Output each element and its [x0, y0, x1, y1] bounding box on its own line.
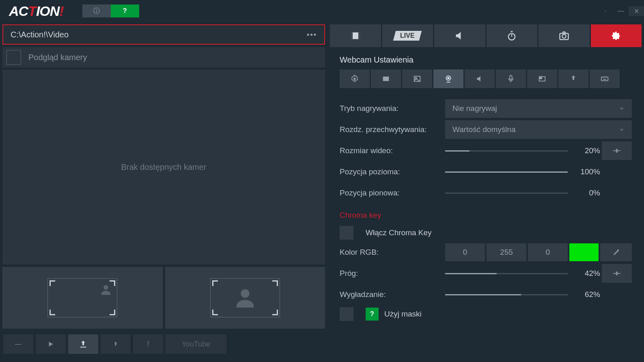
- film-icon: [381, 74, 390, 83]
- slider-reset-icon: [612, 148, 621, 154]
- video-size-value: 20%: [575, 146, 600, 155]
- camera-preview-checkbox[interactable]: [6, 50, 21, 65]
- rgb-g-input[interactable]: [487, 243, 526, 261]
- threshold-value: 42%: [575, 269, 600, 278]
- smooth-value: 62%: [575, 290, 600, 299]
- mask-help-chip[interactable]: ?: [366, 308, 379, 321]
- mask-label: Użyj maski: [384, 310, 422, 319]
- threshold-slider[interactable]: [445, 273, 568, 274]
- color-swatch[interactable]: [569, 243, 599, 261]
- rgb-r-input[interactable]: [445, 243, 485, 261]
- output-path-text: C:\Action!\Video: [11, 30, 69, 39]
- svg-rect-3: [351, 33, 353, 39]
- help-icon: ?: [123, 7, 127, 15]
- speaker-icon: [475, 74, 484, 83]
- close-button[interactable]: ✕: [629, 6, 644, 16]
- pos-h-slider[interactable]: [445, 171, 568, 173]
- no-camera-message: Brak dostępnych kamer: [121, 163, 206, 172]
- tab-audio[interactable]: [434, 24, 485, 47]
- speaker-icon: [454, 30, 465, 41]
- play-icon: [47, 340, 54, 348]
- facebook-button[interactable]: f: [133, 334, 163, 354]
- capture-res-select[interactable]: Wartość domyślna: [445, 120, 632, 139]
- camera-preview-label: Podgląd kamery: [28, 53, 87, 62]
- settings-section-title: Webcam Ustawienia: [330, 50, 642, 67]
- svg-rect-14: [510, 76, 512, 80]
- subtab-sound[interactable]: [465, 69, 495, 88]
- play-button[interactable]: [36, 334, 66, 354]
- subtab-screenshot[interactable]: [402, 69, 432, 88]
- svg-point-0: [104, 285, 108, 290]
- upload-button[interactable]: [101, 334, 131, 354]
- chroma-section-title: Chroma key: [340, 204, 632, 224]
- subtab-webcam[interactable]: [433, 69, 463, 88]
- threshold-reset[interactable]: [602, 264, 632, 283]
- chevron-down-icon: [619, 127, 625, 132]
- overlay-icon: [538, 74, 547, 83]
- rgb-label: Kolor RGB:: [340, 248, 445, 257]
- unknown-window-button[interactable]: ·: [598, 6, 613, 16]
- eyedropper-icon: [612, 248, 620, 257]
- camera-preview-toggle-row: Podgląd kamery: [2, 47, 325, 67]
- pos-h-label: Pozycja pozioma:: [340, 167, 445, 176]
- tab-settings[interactable]: [591, 24, 642, 47]
- pos-v-slider[interactable]: [445, 193, 568, 194]
- subtab-mic[interactable]: [496, 69, 526, 88]
- svg-rect-9: [383, 77, 389, 81]
- title-bar: ACTION! ⓘ ? · — ✕: [0, 0, 644, 22]
- recording-mode-select[interactable]: Nie nagrywaj: [445, 99, 632, 118]
- microphone-icon: [506, 74, 515, 83]
- delete-button[interactable]: —: [3, 334, 33, 354]
- info-badge[interactable]: ⓘ: [82, 4, 111, 17]
- svg-point-13: [448, 77, 449, 79]
- eyedropper-button[interactable]: [600, 243, 632, 261]
- svg-point-8: [353, 78, 356, 80]
- export-icon: [79, 340, 88, 349]
- svg-rect-21: [616, 271, 618, 275]
- video-size-reset[interactable]: [602, 141, 632, 160]
- browse-icon[interactable]: •••: [307, 30, 317, 39]
- subtab-hotkeys[interactable]: [590, 69, 620, 88]
- subtab-video[interactable]: [371, 69, 401, 88]
- output-path-field[interactable]: C:\Action!\Video •••: [2, 24, 325, 45]
- subtab-overlay[interactable]: [527, 69, 557, 88]
- tab-screenshot[interactable]: [538, 24, 590, 47]
- recording-mode-label: Tryb nagrywania:: [340, 104, 445, 113]
- video-size-slider[interactable]: [445, 150, 568, 152]
- tab-benchmark[interactable]: [487, 24, 538, 47]
- gear-icon: [350, 74, 359, 83]
- help-badge[interactable]: ?: [111, 4, 139, 17]
- pos-v-label: Pozycja pionowa:: [340, 189, 445, 197]
- camera-icon: [558, 30, 570, 41]
- app-logo: ACTION!: [9, 3, 64, 19]
- tab-live[interactable]: LIVE: [382, 24, 433, 47]
- webcam-layout-small[interactable]: [2, 267, 163, 329]
- smooth-slider[interactable]: [445, 294, 568, 295]
- film-icon: [350, 30, 361, 41]
- video-size-label: Rozmiar wideo:: [340, 146, 445, 155]
- rgb-b-input[interactable]: [528, 243, 568, 261]
- tab-video[interactable]: [330, 24, 381, 47]
- minimize-button[interactable]: —: [613, 6, 629, 16]
- capture-res-label: Rozdz. przechwytywania:: [340, 125, 445, 134]
- bottom-toolbar: — f YouTube: [0, 334, 230, 354]
- keyboard-icon: [600, 74, 609, 83]
- info-icon: ⓘ: [93, 7, 100, 15]
- chroma-enable-label: Włącz Chroma Key: [366, 228, 432, 237]
- image-icon: [413, 74, 422, 83]
- chevron-down-icon: [619, 106, 625, 111]
- subtab-general[interactable]: [340, 69, 370, 88]
- person-icon: [232, 285, 258, 311]
- export-button[interactable]: [68, 334, 98, 354]
- svg-rect-16: [540, 77, 542, 79]
- svg-rect-19: [616, 149, 618, 152]
- upload-icon: [112, 340, 119, 348]
- mask-checkbox[interactable]: [340, 307, 353, 321]
- chroma-enable-checkbox[interactable]: [340, 226, 353, 240]
- threshold-label: Próg:: [340, 269, 445, 278]
- svg-rect-4: [358, 33, 360, 39]
- subtab-export[interactable]: [558, 69, 588, 88]
- gear-icon: [610, 30, 622, 41]
- youtube-button[interactable]: YouTube: [166, 334, 226, 354]
- webcam-layout-full[interactable]: [165, 267, 325, 329]
